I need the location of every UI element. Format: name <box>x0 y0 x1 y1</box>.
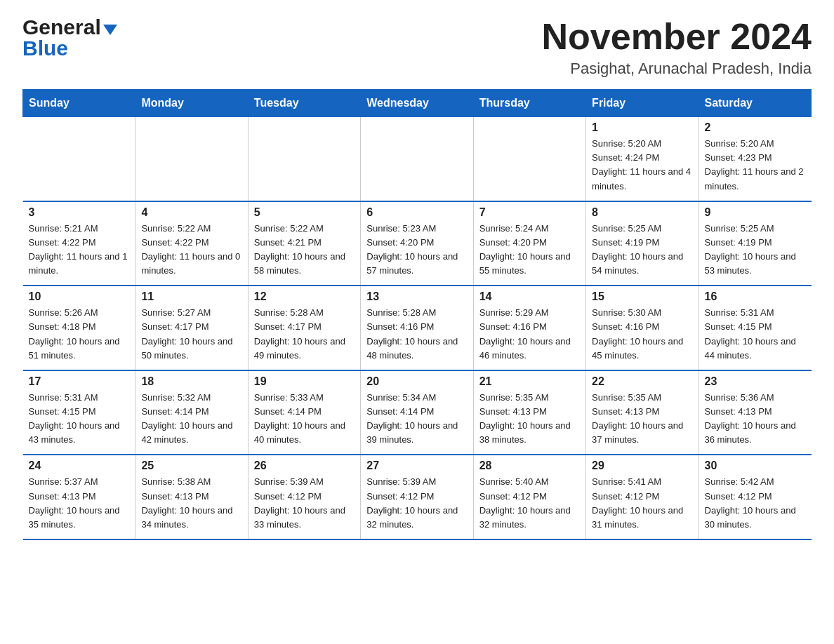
day-info: Sunrise: 5:25 AM Sunset: 4:19 PM Dayligh… <box>705 222 806 279</box>
day-info: Sunrise: 5:41 AM Sunset: 4:12 PM Dayligh… <box>592 475 692 532</box>
calendar-day-cell: 15Sunrise: 5:30 AM Sunset: 4:16 PM Dayli… <box>586 286 699 370</box>
day-info: Sunrise: 5:33 AM Sunset: 4:14 PM Dayligh… <box>254 391 355 448</box>
day-info: Sunrise: 5:29 AM Sunset: 4:16 PM Dayligh… <box>479 306 580 363</box>
calendar-day-header: Thursday <box>473 90 585 117</box>
day-number: 3 <box>29 206 130 219</box>
calendar-day-cell <box>361 117 473 201</box>
day-number: 15 <box>592 290 692 303</box>
day-info: Sunrise: 5:26 AM Sunset: 4:18 PM Dayligh… <box>29 306 130 363</box>
page-header: General Blue November 2024 Pasighat, Aru… <box>22 17 812 78</box>
day-number: 27 <box>366 459 467 472</box>
day-info: Sunrise: 5:38 AM Sunset: 4:13 PM Dayligh… <box>141 475 241 532</box>
calendar-table: SundayMondayTuesdayWednesdayThursdayFrid… <box>22 89 812 540</box>
day-info: Sunrise: 5:30 AM Sunset: 4:16 PM Dayligh… <box>592 306 692 363</box>
day-number: 10 <box>29 290 130 303</box>
day-number: 20 <box>366 375 467 388</box>
day-number: 26 <box>254 459 355 472</box>
day-info: Sunrise: 5:34 AM Sunset: 4:14 PM Dayligh… <box>366 391 467 448</box>
calendar-day-cell: 24Sunrise: 5:37 AM Sunset: 4:13 PM Dayli… <box>23 455 135 539</box>
calendar-day-cell: 14Sunrise: 5:29 AM Sunset: 4:16 PM Dayli… <box>473 286 585 370</box>
day-info: Sunrise: 5:27 AM Sunset: 4:17 PM Dayligh… <box>141 306 241 363</box>
calendar-day-cell: 29Sunrise: 5:41 AM Sunset: 4:12 PM Dayli… <box>586 455 699 539</box>
day-number: 29 <box>592 459 692 472</box>
calendar-header-row: SundayMondayTuesdayWednesdayThursdayFrid… <box>23 90 812 117</box>
calendar-day-header: Sunday <box>23 90 135 117</box>
logo-triangle-icon <box>103 25 117 35</box>
calendar-day-cell: 22Sunrise: 5:35 AM Sunset: 4:13 PM Dayli… <box>586 370 699 455</box>
calendar-day-cell: 21Sunrise: 5:35 AM Sunset: 4:13 PM Dayli… <box>473 370 585 455</box>
day-info: Sunrise: 5:20 AM Sunset: 4:23 PM Dayligh… <box>705 137 806 194</box>
day-number: 6 <box>366 206 467 219</box>
calendar-day-header: Tuesday <box>248 90 360 117</box>
calendar-week-row: 24Sunrise: 5:37 AM Sunset: 4:13 PM Dayli… <box>23 455 812 539</box>
day-number: 30 <box>705 459 806 472</box>
calendar-week-row: 3Sunrise: 5:21 AM Sunset: 4:22 PM Daylig… <box>23 201 812 286</box>
day-info: Sunrise: 5:31 AM Sunset: 4:15 PM Dayligh… <box>705 306 806 363</box>
day-info: Sunrise: 5:40 AM Sunset: 4:12 PM Dayligh… <box>479 475 580 532</box>
day-info: Sunrise: 5:36 AM Sunset: 4:13 PM Dayligh… <box>705 391 806 448</box>
calendar-week-row: 1Sunrise: 5:20 AM Sunset: 4:24 PM Daylig… <box>23 117 812 201</box>
day-number: 17 <box>29 375 130 388</box>
calendar-day-cell: 17Sunrise: 5:31 AM Sunset: 4:15 PM Dayli… <box>23 370 135 455</box>
calendar-day-cell: 18Sunrise: 5:32 AM Sunset: 4:14 PM Dayli… <box>135 370 248 455</box>
day-info: Sunrise: 5:42 AM Sunset: 4:12 PM Dayligh… <box>705 475 806 532</box>
logo-blue: Blue <box>22 36 68 60</box>
calendar-day-cell: 4Sunrise: 5:22 AM Sunset: 4:22 PM Daylig… <box>135 201 248 286</box>
calendar-day-cell: 1Sunrise: 5:20 AM Sunset: 4:24 PM Daylig… <box>586 117 699 201</box>
day-info: Sunrise: 5:22 AM Sunset: 4:21 PM Dayligh… <box>254 222 355 279</box>
day-info: Sunrise: 5:31 AM Sunset: 4:15 PM Dayligh… <box>29 391 130 448</box>
calendar-day-cell: 7Sunrise: 5:24 AM Sunset: 4:20 PM Daylig… <box>473 201 585 286</box>
calendar-week-row: 17Sunrise: 5:31 AM Sunset: 4:15 PM Dayli… <box>23 370 812 455</box>
day-info: Sunrise: 5:21 AM Sunset: 4:22 PM Dayligh… <box>29 222 130 279</box>
logo: General Blue <box>22 17 117 60</box>
day-info: Sunrise: 5:20 AM Sunset: 4:24 PM Dayligh… <box>592 137 692 194</box>
day-number: 11 <box>141 290 241 303</box>
day-number: 25 <box>141 459 241 472</box>
day-number: 12 <box>254 290 355 303</box>
day-info: Sunrise: 5:35 AM Sunset: 4:13 PM Dayligh… <box>592 391 692 448</box>
calendar-day-header: Friday <box>586 90 699 117</box>
day-number: 4 <box>141 206 241 219</box>
calendar-day-cell: 30Sunrise: 5:42 AM Sunset: 4:12 PM Dayli… <box>699 455 811 539</box>
day-number: 9 <box>705 206 806 219</box>
day-number: 22 <box>592 375 692 388</box>
calendar-day-cell: 16Sunrise: 5:31 AM Sunset: 4:15 PM Dayli… <box>699 286 811 370</box>
calendar-day-cell <box>135 117 248 201</box>
calendar-day-cell: 10Sunrise: 5:26 AM Sunset: 4:18 PM Dayli… <box>23 286 135 370</box>
title-section: November 2024 Pasighat, Arunachal Prades… <box>542 17 812 78</box>
logo-general: General <box>22 17 101 38</box>
day-number: 14 <box>479 290 580 303</box>
day-info: Sunrise: 5:35 AM Sunset: 4:13 PM Dayligh… <box>479 391 580 448</box>
calendar-day-cell: 19Sunrise: 5:33 AM Sunset: 4:14 PM Dayli… <box>248 370 360 455</box>
day-number: 16 <box>705 290 806 303</box>
location: Pasighat, Arunachal Pradesh, India <box>542 60 812 78</box>
day-number: 7 <box>479 206 580 219</box>
calendar-day-cell <box>23 117 135 201</box>
calendar-day-cell: 20Sunrise: 5:34 AM Sunset: 4:14 PM Dayli… <box>361 370 473 455</box>
calendar-day-cell: 12Sunrise: 5:28 AM Sunset: 4:17 PM Dayli… <box>248 286 360 370</box>
day-number: 2 <box>705 121 806 134</box>
day-info: Sunrise: 5:25 AM Sunset: 4:19 PM Dayligh… <box>592 222 692 279</box>
day-number: 19 <box>254 375 355 388</box>
calendar-day-header: Saturday <box>699 90 811 117</box>
calendar-day-cell: 26Sunrise: 5:39 AM Sunset: 4:12 PM Dayli… <box>248 455 360 539</box>
calendar-day-cell: 11Sunrise: 5:27 AM Sunset: 4:17 PM Dayli… <box>135 286 248 370</box>
calendar-day-cell: 27Sunrise: 5:39 AM Sunset: 4:12 PM Dayli… <box>361 455 473 539</box>
calendar-day-cell: 6Sunrise: 5:23 AM Sunset: 4:20 PM Daylig… <box>361 201 473 286</box>
day-number: 8 <box>592 206 692 219</box>
day-number: 23 <box>705 375 806 388</box>
calendar-day-cell: 5Sunrise: 5:22 AM Sunset: 4:21 PM Daylig… <box>248 201 360 286</box>
calendar-day-cell: 23Sunrise: 5:36 AM Sunset: 4:13 PM Dayli… <box>699 370 811 455</box>
day-number: 5 <box>254 206 355 219</box>
calendar-day-cell: 8Sunrise: 5:25 AM Sunset: 4:19 PM Daylig… <box>586 201 699 286</box>
day-info: Sunrise: 5:23 AM Sunset: 4:20 PM Dayligh… <box>366 222 467 279</box>
calendar-day-header: Monday <box>135 90 248 117</box>
day-info: Sunrise: 5:24 AM Sunset: 4:20 PM Dayligh… <box>479 222 580 279</box>
day-number: 13 <box>366 290 467 303</box>
day-number: 28 <box>479 459 580 472</box>
calendar-day-cell: 3Sunrise: 5:21 AM Sunset: 4:22 PM Daylig… <box>23 201 135 286</box>
calendar-day-cell: 2Sunrise: 5:20 AM Sunset: 4:23 PM Daylig… <box>699 117 811 201</box>
calendar-day-cell <box>473 117 585 201</box>
day-number: 21 <box>479 375 580 388</box>
day-info: Sunrise: 5:37 AM Sunset: 4:13 PM Dayligh… <box>29 475 130 532</box>
